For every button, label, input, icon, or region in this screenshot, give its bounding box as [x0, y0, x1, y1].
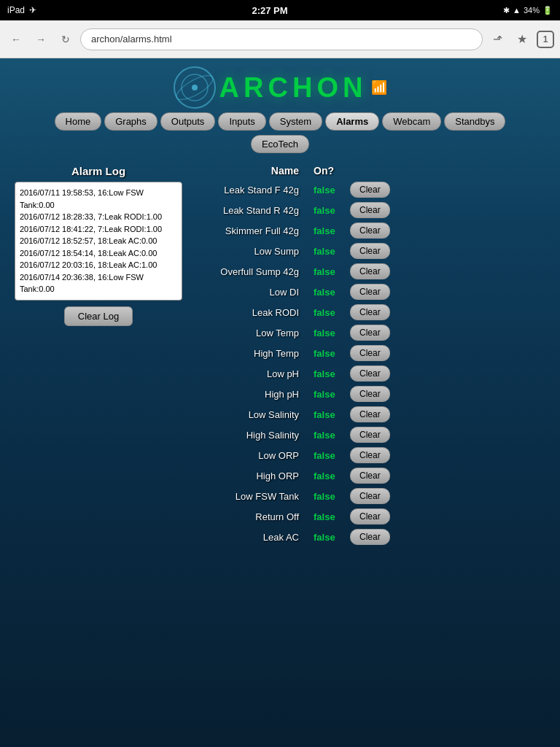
address-bar[interactable]	[80, 28, 483, 50]
alarm-row: High pHfalseClear	[197, 384, 545, 404]
alarm-status-13: false	[314, 450, 350, 461]
nav-home[interactable]: Home	[55, 112, 102, 131]
alarm-log-title: Alarm Log	[15, 165, 182, 177]
alarm-status-11: false	[314, 409, 350, 420]
logo-text: ARCHON	[219, 72, 368, 104]
alarm-row: Return OfffalseClear	[197, 506, 545, 527]
alarm-status-8: false	[314, 348, 350, 359]
main-layout: Alarm Log 2016/07/11 19:58:53, 16:Low FS…	[15, 165, 545, 547]
alarm-clear-button-9[interactable]: Clear	[350, 365, 390, 382]
alarm-name-3: Low Sump	[197, 246, 314, 257]
alarm-clear-button-11[interactable]: Clear	[350, 406, 390, 422]
nav-bar-row2: EcoTech	[15, 135, 545, 153]
alarm-clear-button-8[interactable]: Clear	[350, 345, 390, 361]
alarm-clear-button-17[interactable]: Clear	[350, 529, 390, 545]
nav-graphs[interactable]: Graphs	[104, 112, 158, 131]
signal-icon: ▲	[513, 6, 521, 15]
alarm-row: High ORPfalseClear	[197, 465, 545, 486]
alarm-log-entry: 2016/07/11 19:58:53, 16:Low FSW Tank:0.0…	[20, 187, 177, 211]
alarm-name-4: Overfull Sump 42g	[197, 266, 314, 277]
nav-system[interactable]: System	[269, 112, 322, 131]
refresh-button[interactable]: ↻	[55, 29, 76, 50]
status-bar-time: 2:27 PM	[252, 5, 287, 16]
bookmark-button[interactable]: ★	[512, 29, 532, 50]
alarm-row: Skimmer Full 42gfalseClear	[197, 220, 545, 241]
alarm-row: Overfull Sump 42gfalseClear	[197, 261, 545, 282]
logo-svg-icon	[173, 66, 217, 109]
alarm-status-6: false	[314, 307, 350, 318]
alarm-row: Low DIfalseClear	[197, 282, 545, 302]
tab-count[interactable]: 1	[537, 31, 554, 48]
alarm-status-15: false	[314, 491, 350, 502]
alarm-clear-button-7[interactable]: Clear	[350, 325, 390, 341]
nav-ecotech[interactable]: EcoTech	[251, 135, 309, 153]
alarm-clear-button-13[interactable]: Clear	[350, 447, 390, 463]
nav-alarms[interactable]: Alarms	[325, 112, 379, 131]
alarm-status-4: false	[314, 266, 350, 277]
alarm-status-2: false	[314, 225, 350, 236]
alarm-name-1: Leak Stand R 42g	[197, 205, 314, 216]
clear-log-button[interactable]: Clear Log	[64, 306, 133, 326]
alarm-clear-button-12[interactable]: Clear	[350, 427, 390, 443]
alarm-clear-button-4[interactable]: Clear	[350, 263, 390, 279]
alarm-clear-button-1[interactable]: Clear	[350, 202, 390, 218]
nav-webcam[interactable]: Webcam	[382, 112, 441, 131]
alarm-name-16: Return Off	[197, 511, 314, 522]
browser-chrome: ← → ↻ ⬏ ★ 1	[0, 20, 560, 58]
alarm-log-section: Alarm Log 2016/07/11 19:58:53, 16:Low FS…	[15, 165, 182, 326]
alarm-name-2: Skimmer Full 42g	[197, 225, 314, 236]
alarm-row: Low ORPfalseClear	[197, 445, 545, 465]
alarm-name-5: Low DI	[197, 287, 314, 298]
alarm-log-entry: 2016/07/12 18:54:14, 18:Leak AC:0.00	[20, 247, 177, 260]
alarm-clear-button-2[interactable]: Clear	[350, 222, 390, 239]
alarm-name-6: Leak RODI	[197, 307, 314, 318]
alarm-clear-button-14[interactable]: Clear	[350, 468, 390, 484]
share-button[interactable]: ⬏	[487, 29, 508, 50]
alarm-log-entry: 2016/07/12 20:03:16, 18:Leak AC:1.00	[20, 259, 177, 271]
alarm-name-14: High ORP	[197, 471, 314, 481]
nav-bar-row1: Home Graphs Outputs Inputs System Alarms…	[15, 112, 545, 131]
alarm-status-16: false	[314, 511, 350, 522]
status-bar-right: ✱ ▲ 34% 🔋	[503, 6, 553, 15]
svg-point-3	[192, 85, 198, 90]
alarms-table-section: Name On? Leak Stand F 42gfalseClearLeak …	[197, 165, 545, 547]
nav-inputs[interactable]: Inputs	[218, 112, 265, 131]
logo-container: ARCHON 📶	[15, 66, 545, 109]
alarm-clear-button-0[interactable]: Clear	[350, 182, 390, 198]
alarm-row: High SalinityfalseClear	[197, 425, 545, 445]
alarm-row: High TempfalseClear	[197, 343, 545, 363]
alarm-name-12: High Salinity	[197, 430, 314, 441]
nav-standbys[interactable]: Standbys	[444, 112, 505, 131]
alarm-clear-button-16[interactable]: Clear	[350, 508, 390, 525]
alarm-status-3: false	[314, 246, 350, 257]
alarm-clear-button-3[interactable]: Clear	[350, 243, 390, 259]
nav-outputs[interactable]: Outputs	[160, 112, 216, 131]
alarm-status-0: false	[314, 185, 350, 196]
alarm-clear-button-10[interactable]: Clear	[350, 386, 390, 402]
alarm-row: Low TempfalseClear	[197, 322, 545, 343]
alarm-name-9: Low pH	[197, 368, 314, 379]
status-bar-left: iPad ✈	[7, 5, 36, 15]
alarm-status-9: false	[314, 368, 350, 379]
alarm-status-17: false	[314, 532, 350, 543]
battery-label: 34%	[524, 6, 540, 15]
page-content: ARCHON 📶 Home Graphs Outputs Inputs Syst…	[0, 58, 560, 576]
alarm-log-entry: 2016/07/12 18:52:57, 18:Leak AC:0.00	[20, 235, 177, 247]
alarm-status-10: false	[314, 389, 350, 400]
alarm-name-17: Leak AC	[197, 532, 314, 543]
alarm-row: Leak Stand R 42gfalseClear	[197, 200, 545, 220]
alarm-clear-button-6[interactable]: Clear	[350, 304, 390, 320]
header-on: On?	[314, 165, 357, 177]
alarm-status-12: false	[314, 430, 350, 441]
alarm-name-11: Low Salinity	[197, 409, 314, 420]
forward-button[interactable]: →	[31, 29, 51, 50]
alarm-row: Low FSW TankfalseClear	[197, 486, 545, 506]
alarm-clear-button-15[interactable]: Clear	[350, 488, 390, 504]
alarm-log-box: 2016/07/11 19:58:53, 16:Low FSW Tank:0.0…	[15, 182, 182, 301]
alarm-name-10: High pH	[197, 389, 314, 400]
ipad-label: iPad	[7, 5, 25, 15]
alarm-status-1: false	[314, 205, 350, 216]
back-button[interactable]: ←	[6, 29, 26, 50]
alarm-clear-button-5[interactable]: Clear	[350, 284, 390, 300]
wifi-icon: ✈	[29, 5, 36, 15]
